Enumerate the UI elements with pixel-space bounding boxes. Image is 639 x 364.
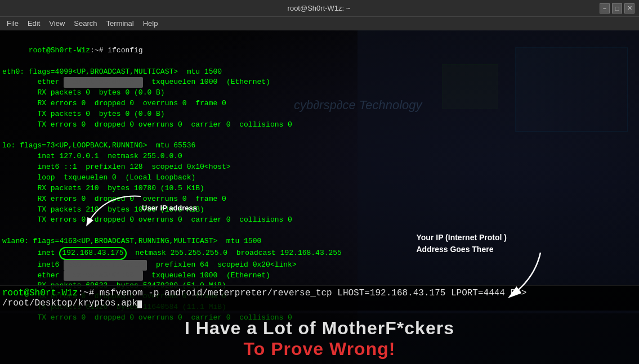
bottom-line2-prefix: To Prove	[244, 339, 329, 359]
bottom-line2: To Prove Wrong!	[244, 339, 396, 359]
ip-address-highlight: 192.168.43.175	[59, 247, 126, 260]
annotation-ip-label: User IP address	[142, 204, 197, 212]
terminal-spacer	[2, 131, 637, 141]
inet6-hidden: fe80::xxxx:fee5:198	[64, 260, 147, 271]
terminal-spacer	[2, 226, 637, 236]
terminal-line: wlan0: flags=4163<UP,BROADCAST,RUNNING,M…	[2, 236, 637, 247]
menu-terminal[interactable]: Terminal	[102, 18, 138, 29]
terminal-line: root@Sh0rt-W1z:~# ifconfig	[2, 35, 637, 67]
terminal-line: TX errors 0 dropped 0 overruns 0 carrier…	[2, 215, 637, 226]
cursor-blink	[137, 300, 142, 308]
bottom-line1: I Have a Lot of MotherF*ckers	[185, 318, 454, 339]
command-line-bottom: root@Sh0rt-W1z:~# msfvenom -p android/me…	[0, 285, 639, 311]
titlebar: root@Sh0rt-W1z: ~ − □ ✕	[0, 0, 639, 17]
terminal-line: TX packets 0 bytes 0 (0.0 B)	[2, 109, 637, 120]
minimize-button[interactable]: −	[600, 3, 610, 14]
terminal-line: RX errors 0 dropped 0 overruns 0 frame 0	[2, 98, 637, 109]
terminal-line: ether aa:bb:cc:dd:ee txqueuelen 1000 (Et…	[2, 77, 637, 88]
terminal-line: TX packets 210 bytes 10780 (10.5 KiB)	[2, 205, 637, 215]
menu-help[interactable]: Help	[138, 18, 163, 29]
window-title: root@Sh0rt-W1z: ~	[38, 4, 600, 12]
terminal-line: inet 192.168.43.175 netmask 255.255.255.…	[2, 247, 637, 260]
terminal-line: TX errors 0 dropped 0 overruns 0 carrier…	[2, 120, 637, 131]
terminal-line: loop txqueuelen 0 (Local Loopback)	[2, 173, 637, 183]
prompt-user: root@Sh0rt-W1z	[29, 46, 90, 55]
terminal-line: ether xx:xx:e5:01:98 txqueuelen 1000 (Et…	[2, 271, 637, 281]
maximize-button[interactable]: □	[612, 3, 622, 14]
prompt-separator: :~#	[90, 46, 108, 55]
prompt-sep2: :~#	[78, 288, 99, 298]
bottom-text-area: I Have a Lot of MotherF*ckers To Prove W…	[0, 313, 639, 364]
command-ifconfig: ifconfig	[108, 46, 142, 55]
terminal-line: inet6 ::1 prefixlen 128 scopeid 0x10<hos…	[2, 162, 637, 173]
annotation-info-line1: Your IP (Internet Protol )	[417, 232, 507, 244]
terminal-line: inet6 fe80::xxxx:fee5:198 prefixlen 64 s…	[2, 260, 637, 271]
terminal-line: RX packets 210 bytes 10780 (10.5 KiB)	[2, 183, 637, 194]
menu-view[interactable]: View	[44, 18, 69, 29]
terminal-line: RX packets 0 bytes 0 (0.0 B)	[2, 88, 637, 98]
menu-file[interactable]: File	[2, 18, 23, 29]
terminal-line: lo: flags=73<UP,LOOPBACK,RUNNING> mtu 65…	[2, 141, 637, 151]
terminal-line: inet 127.0.0.1 netmask 255.0.0.0	[2, 151, 637, 162]
menubar: File Edit View Search Terminal Help	[0, 17, 639, 30]
close-button[interactable]: ✕	[624, 3, 634, 14]
menu-edit[interactable]: Edit	[23, 18, 44, 29]
mac-wlan-hidden: xx:xx:e5:01:98	[64, 271, 142, 281]
mac-address-hidden: aa:bb:cc:dd:ee	[64, 77, 142, 88]
terminal-area[interactable]: cyb∂rsp∂ce Technology root@Sh0rt-W1z:~# …	[0, 30, 639, 364]
annotation-info-line2: Address Goes There	[417, 244, 507, 255]
window-controls: − □ ✕	[600, 3, 634, 14]
prompt-user2: root@Sh0rt-W1z	[2, 288, 78, 298]
terminal-line: RX errors 0 dropped 0 overruns 0 frame 0	[2, 194, 637, 205]
bottom-line2-red: Wrong!	[329, 339, 395, 359]
terminal-line: eth0: flags=4099<UP,BROADCAST,MULTICAST>…	[2, 67, 637, 78]
annotation-info-box: Your IP (Internet Protol ) Address Goes …	[417, 232, 507, 255]
menu-search[interactable]: Search	[69, 18, 101, 29]
